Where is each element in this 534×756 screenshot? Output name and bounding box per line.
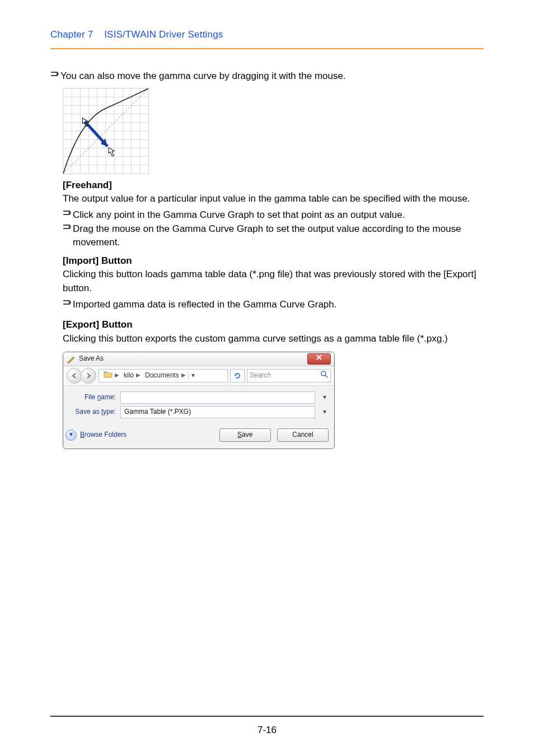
close-icon	[316, 354, 322, 363]
breadcrumb-seg-2[interactable]: Documents	[145, 371, 179, 380]
cancel-button[interactable]: Cancel	[277, 428, 329, 442]
chapter-label: Chapter 7	[50, 29, 93, 40]
freehand-bullet-click: Click any point in the Gamma Curve Graph…	[73, 208, 405, 222]
pointer-icon	[63, 298, 73, 306]
svg-point-25	[321, 371, 326, 376]
browse-folders-toggle[interactable]: ▼ Browse Folders	[65, 430, 127, 441]
import-heading: [Import] Button	[63, 254, 484, 268]
page-number: 7-16	[0, 725, 534, 736]
freehand-bullet-drag: Drag the mouse on the Gamma Curve Graph …	[73, 222, 484, 250]
dialog-titlebar[interactable]: Save As	[63, 352, 334, 366]
nav-back-button[interactable]	[67, 368, 82, 384]
pointer-icon	[63, 208, 73, 216]
freehand-heading: [Freehand]	[63, 179, 484, 193]
page-header: Chapter 7 ISIS/TWAIN Driver Settings	[50, 29, 484, 48]
file-name-input[interactable]	[120, 391, 315, 404]
chapter-title: ISIS/TWAIN Driver Settings	[104, 29, 223, 40]
chevron-right-icon: ▶	[136, 371, 140, 380]
nav-forward-button[interactable]	[81, 368, 96, 384]
chevron-down-icon: ▼	[65, 430, 77, 441]
breadcrumb-seg-1[interactable]: kilo	[124, 371, 134, 380]
search-placeholder: Search	[250, 371, 271, 380]
chevron-right-icon: ▶	[115, 371, 119, 380]
refresh-button[interactable]	[230, 369, 245, 382]
import-body: Clicking this button loads gamma table d…	[63, 268, 484, 295]
svg-point-22	[72, 357, 74, 359]
file-name-dropdown[interactable]: ▾	[320, 393, 330, 402]
dialog-title: Save As	[79, 354, 104, 363]
save-as-type-select[interactable]: Gamma Table (*.PXG)	[120, 406, 315, 418]
chevron-right-icon: ▶	[181, 371, 186, 380]
save-as-type-label: Save as type:	[68, 407, 116, 417]
import-note: Imported gamma data is reflected in the …	[73, 298, 336, 312]
pointer-icon	[63, 222, 73, 230]
svg-rect-23	[104, 371, 107, 373]
pointer-icon	[50, 69, 60, 77]
export-body: Clicking this button exports the custom …	[63, 332, 484, 346]
freehand-intro: The output value for a particular input …	[63, 192, 484, 206]
save-button[interactable]: Save	[219, 428, 271, 442]
export-heading: [Export] Button	[63, 318, 484, 332]
save-as-dialog: Save As	[63, 352, 335, 449]
breadcrumb-dropdown[interactable]: ▾	[188, 371, 198, 380]
gamma-drag-figure	[50, 88, 484, 174]
search-input[interactable]: Search	[247, 369, 331, 382]
breadcrumb[interactable]: ▶ kilo ▶ Documents ▶ ▾	[99, 369, 228, 382]
search-icon	[320, 370, 328, 381]
svg-line-26	[325, 375, 327, 377]
paint-icon	[67, 354, 76, 363]
folder-icon	[104, 370, 113, 381]
browse-folders-label: Browse Folders	[80, 430, 127, 440]
save-as-type-dropdown[interactable]: ▾	[320, 407, 330, 417]
close-button[interactable]	[307, 353, 331, 365]
note-move-gamma: You can also move the gamma curve by dra…	[60, 69, 346, 83]
footer-divider	[50, 716, 484, 717]
svg-marker-24	[235, 375, 237, 376]
save-as-type-value: Gamma Table (*.PXG)	[124, 407, 191, 417]
file-name-label: File name:	[68, 393, 116, 402]
